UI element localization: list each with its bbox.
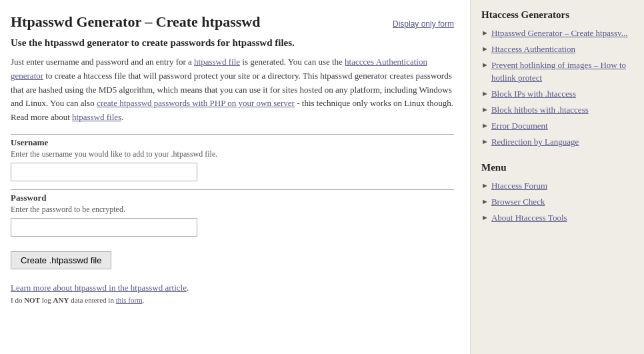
- password-divider: [11, 189, 454, 190]
- arrow-icon-2: ►: [481, 45, 489, 53]
- arrow-icon-4: ►: [481, 89, 489, 97]
- arrow-icon-8: ►: [481, 181, 489, 189]
- sidebar-item-hotlink: ► Prevent hotlinking of images – How to …: [481, 59, 633, 83]
- no-log-notice: I do NOT log ANY data entered in this fo…: [11, 296, 454, 304]
- arrow-icon-1: ►: [481, 29, 489, 37]
- arrow-icon-5: ►: [481, 105, 489, 113]
- description: Just enter username and password and an …: [11, 55, 454, 125]
- htpasswd-files-link[interactable]: htpasswd files: [72, 112, 121, 122]
- learn-more-link[interactable]: Learn more about htpasswd in the htpassw…: [11, 283, 187, 293]
- display-only-link[interactable]: Display only form: [393, 19, 454, 29]
- username-divider: [11, 134, 454, 135]
- username-input[interactable]: [11, 163, 197, 181]
- sidebar-item-error-doc: ► Error Document: [481, 120, 633, 132]
- sidebar-link-htpasswd-gen[interactable]: Htpasswd Generator – Create htpassv...: [491, 27, 628, 39]
- create-htpasswd-button[interactable]: Create .htpasswd file: [11, 251, 111, 269]
- password-hint: Enter the password to be encrypted.: [11, 205, 454, 215]
- sidebar-item-block-ips: ► Block IPs with .htaccess: [481, 88, 633, 100]
- sidebar-link-forum[interactable]: Htaccess Forum: [491, 180, 547, 192]
- arrow-icon-9: ►: [481, 197, 489, 205]
- sidebar-item-hitbots: ► Block hitbots with .htaccess: [481, 104, 633, 116]
- username-hint: Enter the username you would like to add…: [11, 149, 454, 159]
- this-form-link[interactable]: this form: [116, 296, 143, 304]
- sidebar: Htaccess Generators ► Htpasswd Generator…: [471, 0, 644, 354]
- sidebar-item-htaccess-auth: ► Htaccess Authentication: [481, 43, 633, 55]
- arrow-icon-3: ►: [481, 61, 489, 69]
- htpasswd-file-link[interactable]: htpasswd file: [194, 57, 240, 67]
- sidebar-item-redirect-lang: ► Redirection by Language: [481, 136, 633, 148]
- sidebar-link-htaccess-auth[interactable]: Htaccess Authentication: [491, 43, 575, 55]
- sidebar-link-error-doc[interactable]: Error Document: [491, 120, 548, 132]
- footer-links: Learn more about htpasswd in the htpassw…: [11, 283, 454, 293]
- arrow-icon-6: ►: [481, 121, 489, 129]
- sidebar-link-about[interactable]: About Htaccess Tools: [491, 212, 567, 224]
- arrow-icon-10: ►: [481, 213, 489, 221]
- arrow-icon-7: ►: [481, 137, 489, 145]
- password-section: Password Enter the password to be encryp…: [11, 189, 454, 237]
- page-subtitle: Use the htpasswd generator to create pas…: [11, 37, 454, 49]
- php-htpasswd-link[interactable]: create htpasswd passwords with PHP on yo…: [97, 98, 295, 108]
- main-content: Htpasswd Generator – Create htpasswd Dis…: [0, 0, 471, 354]
- generators-title: Htaccess Generators: [481, 9, 633, 21]
- sidebar-link-block-ips[interactable]: Block IPs with .htaccess: [491, 88, 576, 100]
- sidebar-link-redirect-lang[interactable]: Redirection by Language: [491, 136, 579, 148]
- sidebar-link-hotlink[interactable]: Prevent hotlinking of images – How to ho…: [491, 59, 633, 83]
- password-label: Password: [11, 193, 454, 203]
- page-title: Htpasswd Generator – Create htpasswd Dis…: [11, 13, 454, 31]
- sidebar-link-hitbots[interactable]: Block hitbots with .htaccess: [491, 104, 589, 116]
- sidebar-item-htpasswd-gen: ► Htpasswd Generator – Create htpassv...: [481, 27, 633, 39]
- sidebar-link-browser-check[interactable]: Browser Check: [491, 196, 545, 208]
- menu-title: Menu: [481, 162, 633, 173]
- password-input[interactable]: [11, 218, 197, 237]
- username-section: Username Enter the username you would li…: [11, 134, 454, 181]
- username-label: Username: [11, 137, 454, 148]
- menu-section: Menu ► Htaccess Forum ► Browser Check ► …: [481, 162, 633, 225]
- sidebar-item-forum: ► Htaccess Forum: [481, 180, 633, 192]
- sidebar-item-browser-check: ► Browser Check: [481, 196, 633, 208]
- sidebar-item-about: ► About Htaccess Tools: [481, 212, 633, 224]
